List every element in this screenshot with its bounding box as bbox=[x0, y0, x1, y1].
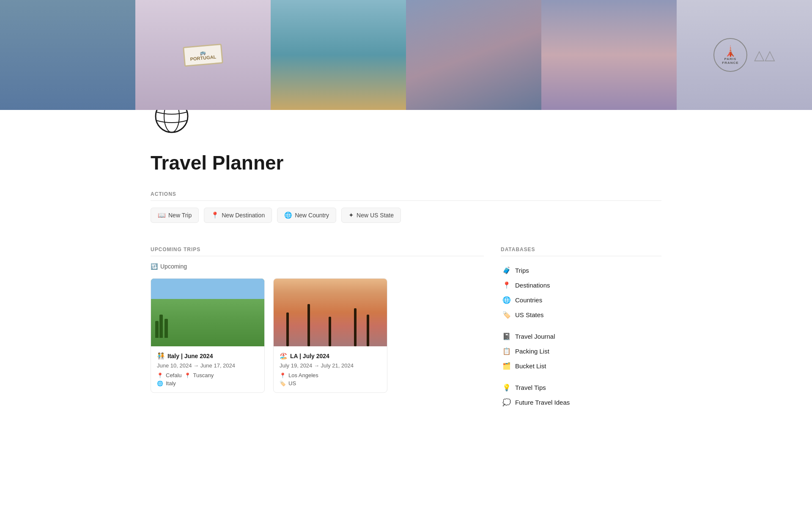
trip-card-image-italy bbox=[151, 279, 264, 346]
italy-destination-1-row: 📍 Cefalu 📍 Tuscany bbox=[157, 372, 258, 378]
db-divider-2 bbox=[501, 375, 661, 380]
new-trip-button[interactable]: 📖 New Trip bbox=[151, 208, 199, 223]
trip-card-la[interactable]: 🏖️ LA | July 2024 July 19, 2024 → July 2… bbox=[273, 278, 387, 393]
destinations-icon: 📍 bbox=[502, 281, 511, 289]
page-title: Travel Planner bbox=[151, 148, 661, 174]
databases-section: DATABASES 🧳 Trips 📍 Destinations 🌐 Count… bbox=[501, 243, 661, 411]
packing-list-icon: 📋 bbox=[502, 347, 511, 355]
italy-dest-2: Tuscany bbox=[193, 372, 214, 378]
db-item-trips[interactable]: 🧳 Trips bbox=[501, 263, 661, 278]
new-us-state-label: New US State bbox=[357, 212, 394, 219]
actions-row: 📖 New Trip 📍 New Destination 🌐 New Count… bbox=[151, 208, 661, 226]
banner-photo-5 bbox=[541, 0, 677, 110]
new-country-icon: 🌐 bbox=[284, 211, 292, 219]
new-country-label: New Country bbox=[295, 212, 329, 219]
countries-label: Countries bbox=[515, 296, 542, 304]
italy-trip-meta: 📍 Cefalu 📍 Tuscany 🌐 Italy bbox=[157, 372, 258, 386]
la-country: US bbox=[288, 380, 296, 386]
db-group-1: 🧳 Trips 📍 Destinations 🌐 Countries 🏷️ US… bbox=[501, 263, 661, 322]
countries-icon: 🌐 bbox=[502, 296, 511, 304]
la-trip-meta: 📍 Los Angeles 🏷️ US bbox=[280, 372, 381, 386]
banner: 🚌 PORTUGAL 🗼 PARIS FRANCE △△ bbox=[0, 0, 812, 110]
banner-photo-4 bbox=[406, 0, 541, 110]
actions-section-label: ACTIONS bbox=[151, 188, 661, 201]
new-us-state-icon: ✦ bbox=[348, 211, 354, 219]
trips-grid: 🧑‍🤝‍🧑 Italy | June 2024 June 10, 2024 → … bbox=[151, 278, 484, 393]
new-destination-icon: 📍 bbox=[211, 211, 219, 219]
travel-tips-icon: 💡 bbox=[502, 384, 511, 392]
banner-photo-2: 🚌 PORTUGAL bbox=[135, 0, 271, 110]
italy-trip-emoji: 🧑‍🤝‍🧑 bbox=[157, 352, 165, 360]
banner-photo-1 bbox=[0, 0, 135, 110]
databases-header: DATABASES bbox=[501, 243, 661, 256]
banner-photo-3 bbox=[271, 0, 406, 110]
new-us-state-button[interactable]: ✦ New US State bbox=[341, 208, 401, 223]
italy-country: Italy bbox=[166, 380, 176, 386]
db-item-us-states[interactable]: 🏷️ US States bbox=[501, 307, 661, 322]
db-list: 🧳 Trips 📍 Destinations 🌐 Countries 🏷️ US… bbox=[501, 263, 661, 411]
italy-country-row: 🌐 Italy bbox=[157, 380, 258, 386]
location-icon-2: 📍 bbox=[184, 373, 191, 378]
travel-journal-icon: 📓 bbox=[502, 332, 511, 340]
new-destination-label: New Destination bbox=[222, 212, 265, 219]
db-item-destinations[interactable]: 📍 Destinations bbox=[501, 278, 661, 293]
la-country-row: 🏷️ US bbox=[280, 380, 381, 386]
la-trip-dates: July 19, 2024 → July 21, 2024 bbox=[280, 362, 381, 369]
destinations-label: Destinations bbox=[515, 282, 550, 289]
page-content: Travel Planner ACTIONS 📖 New Trip 📍 New … bbox=[110, 93, 702, 411]
new-destination-button[interactable]: 📍 New Destination bbox=[204, 208, 272, 223]
filter-label: Upcoming bbox=[160, 263, 187, 270]
db-item-countries[interactable]: 🌐 Countries bbox=[501, 293, 661, 307]
la-destination-row: 📍 Los Angeles bbox=[280, 372, 381, 378]
trip-card-body-la: 🏖️ LA | July 2024 July 19, 2024 → July 2… bbox=[274, 346, 387, 392]
db-item-travel-tips[interactable]: 💡 Travel Tips bbox=[501, 380, 661, 395]
bucket-list-label: Bucket List bbox=[515, 362, 546, 370]
location-icon-la: 📍 bbox=[280, 373, 286, 378]
travel-journal-label: Travel Journal bbox=[515, 333, 555, 340]
filter-icon: 🔃 bbox=[151, 263, 158, 270]
travel-tips-label: Travel Tips bbox=[515, 384, 546, 391]
la-trip-emoji: 🏖️ bbox=[280, 352, 288, 360]
trips-icon: 🧳 bbox=[502, 266, 511, 274]
banner-photos: 🚌 PORTUGAL 🗼 PARIS FRANCE △△ bbox=[0, 0, 812, 110]
banner-photo-6: 🗼 PARIS FRANCE △△ bbox=[677, 0, 812, 110]
future-travel-ideas-label: Future Travel Ideas bbox=[515, 399, 570, 406]
db-item-travel-journal[interactable]: 📓 Travel Journal bbox=[501, 329, 661, 344]
country-icon-la: 🏷️ bbox=[280, 381, 286, 386]
db-item-future-travel-ideas[interactable]: 💭 Future Travel Ideas bbox=[501, 395, 661, 410]
italy-dest-1: Cefalu bbox=[166, 372, 182, 378]
db-item-bucket-list[interactable]: 🗂️ Bucket List bbox=[501, 359, 661, 373]
main-columns: UPCOMING TRIPS 🔃 Upcoming bbox=[151, 243, 661, 411]
new-country-button[interactable]: 🌐 New Country bbox=[277, 208, 336, 223]
trip-card-body-italy: 🧑‍🤝‍🧑 Italy | June 2024 June 10, 2024 → … bbox=[151, 346, 264, 392]
trip-card-image-la bbox=[274, 279, 387, 346]
db-group-3: 💡 Travel Tips 💭 Future Travel Ideas bbox=[501, 380, 661, 410]
italy-trip-title: Italy | June 2024 bbox=[167, 353, 213, 359]
italy-trip-dates: June 10, 2024 → June 17, 2024 bbox=[157, 362, 258, 369]
trip-card-title-la: 🏖️ LA | July 2024 bbox=[280, 352, 381, 360]
trips-label: Trips bbox=[515, 267, 529, 274]
trip-card-title-italy: 🧑‍🤝‍🧑 Italy | June 2024 bbox=[157, 352, 258, 360]
upcoming-trips-header: UPCOMING TRIPS bbox=[151, 243, 484, 256]
trip-card-italy[interactable]: 🧑‍🤝‍🧑 Italy | June 2024 June 10, 2024 → … bbox=[151, 278, 265, 393]
filter-row[interactable]: 🔃 Upcoming bbox=[151, 263, 484, 270]
la-dest-1: Los Angeles bbox=[288, 372, 318, 378]
db-group-2: 📓 Travel Journal 📋 Packing List 🗂️ Bucke… bbox=[501, 329, 661, 373]
future-travel-ideas-icon: 💭 bbox=[502, 398, 511, 406]
us-states-label: US States bbox=[515, 311, 544, 318]
la-trip-title: LA | July 2024 bbox=[290, 353, 329, 359]
packing-list-label: Packing List bbox=[515, 348, 549, 355]
country-icon-italy: 🌐 bbox=[157, 381, 163, 386]
db-divider-1 bbox=[501, 324, 661, 329]
new-trip-label: New Trip bbox=[168, 212, 192, 219]
bucket-list-icon: 🗂️ bbox=[502, 362, 511, 370]
db-item-packing-list[interactable]: 📋 Packing List bbox=[501, 344, 661, 359]
location-icon-1: 📍 bbox=[157, 373, 163, 378]
upcoming-section: UPCOMING TRIPS 🔃 Upcoming bbox=[151, 243, 484, 393]
new-trip-icon: 📖 bbox=[158, 211, 166, 219]
us-states-icon: 🏷️ bbox=[502, 311, 511, 319]
actions-section: ACTIONS 📖 New Trip 📍 New Destination 🌐 N… bbox=[151, 188, 661, 226]
